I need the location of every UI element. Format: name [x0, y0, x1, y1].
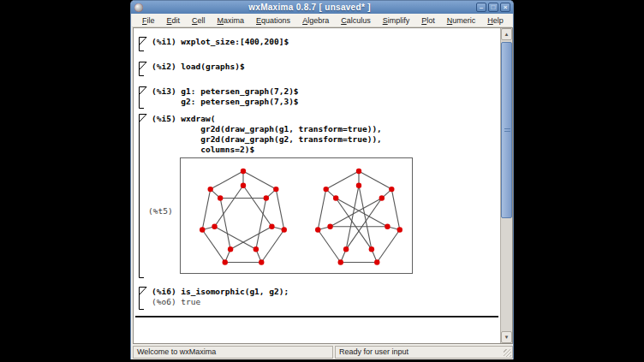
- document-area[interactable]: (%i1) wxplot_size:[400,200]$(%i2) load(g…: [134, 28, 500, 343]
- cell-1-code[interactable]: (%i1) wxplot_size:[400,200]$: [152, 37, 289, 47]
- cell-3-code[interactable]: (%i3) g1: petersen_graph(7,2)$ g2: peter…: [152, 86, 299, 107]
- menu-cell[interactable]: Cell: [186, 15, 212, 26]
- cell-bracket[interactable]: [139, 114, 147, 278]
- menu-help[interactable]: Help: [481, 15, 510, 26]
- vertical-scrollbar[interactable]: ▲ ▼: [500, 28, 512, 343]
- status-message-right: Ready for user input: [335, 346, 513, 359]
- maximize-button[interactable]: □: [488, 3, 498, 12]
- minimize-button[interactable]: –: [476, 3, 486, 12]
- cell-bracket[interactable]: [139, 37, 147, 51]
- status-bar: Welcome to wxMaxima Ready for user input: [133, 346, 513, 359]
- document-pane: (%i1) wxplot_size:[400,200]$(%i2) load(g…: [133, 27, 513, 344]
- cell-5-code[interactable]: (%i6) is_isomorphic(g1, g2);(%o6) true: [152, 287, 289, 307]
- close-button[interactable]: ×: [500, 3, 510, 12]
- scroll-up-icon[interactable]: ▲: [501, 28, 512, 40]
- menu-maxima[interactable]: Maxima: [212, 15, 251, 26]
- status-right-text: Ready for user input: [339, 347, 408, 356]
- window-controls: – □ ×: [476, 3, 510, 12]
- petersen-graphs-plot[interactable]: [180, 157, 413, 274]
- cell-bracket[interactable]: [139, 62, 147, 76]
- scrollbar-thumb[interactable]: [501, 42, 512, 218]
- menu-algebra[interactable]: Algebra: [296, 15, 335, 26]
- cell-3[interactable]: (%i3) g1: petersen_graph(7,2)$ g2: peter…: [134, 86, 500, 109]
- scroll-down-icon[interactable]: ▼: [501, 331, 512, 343]
- menu-simplify[interactable]: Simplify: [377, 15, 416, 26]
- cell-4-code[interactable]: (%i5) wxdraw( gr2d(draw_graph(g1, transf…: [152, 114, 382, 155]
- menu-plot[interactable]: Plot: [415, 15, 441, 26]
- cell-5[interactable]: (%i6) is_isomorphic(g1, g2);(%o6) true: [134, 287, 500, 310]
- cell-1[interactable]: (%i1) wxplot_size:[400,200]$: [134, 37, 500, 51]
- resize-grip[interactable]: [504, 349, 511, 357]
- cell-4[interactable]: (%i5) wxdraw( gr2d(draw_graph(g1, transf…: [134, 114, 500, 278]
- menu-file[interactable]: File: [136, 15, 161, 26]
- menu-numeric[interactable]: Numeric: [441, 15, 482, 26]
- status-message-left: Welcome to wxMaxima: [133, 346, 333, 359]
- window-title: wxMaxima 0.8.7 [ unsaved* ]: [143, 3, 476, 12]
- horizontal-cursor: [135, 316, 498, 317]
- menu-bar: FileEditCellMaximaEquationsAlgebraCalcul…: [132, 14, 512, 27]
- menu-calculus[interactable]: Calculus: [335, 15, 377, 26]
- title-bar[interactable]: wxMaxima 0.8.7 [ unsaved* ] – □ ×: [131, 1, 513, 14]
- cell-2[interactable]: (%i2) load(graphs)$: [134, 62, 500, 76]
- menu-equations[interactable]: Equations: [250, 15, 296, 26]
- menu-edit[interactable]: Edit: [161, 15, 187, 26]
- cell-2-code[interactable]: (%i2) load(graphs)$: [152, 62, 245, 72]
- output-label-t5: (%t5): [148, 206, 173, 216]
- wxmaxima-window: wxMaxima 0.8.7 [ unsaved* ] – □ × FileEd…: [130, 0, 514, 359]
- scrollbar-grip-icon: [504, 128, 510, 134]
- wxmaxima-icon: [134, 3, 143, 12]
- cell-bracket[interactable]: [139, 287, 147, 310]
- cell-bracket[interactable]: [139, 86, 147, 109]
